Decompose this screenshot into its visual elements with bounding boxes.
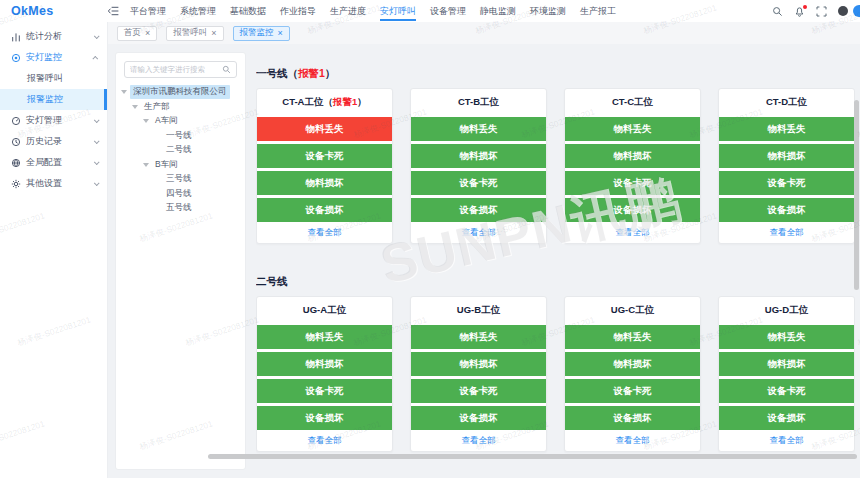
tab[interactable]: 报警呼叫 × bbox=[166, 26, 223, 41]
topnav-item[interactable]: 生产报工 bbox=[580, 0, 616, 22]
tree-node[interactable]: 深圳市讯鹏科技有限公司 bbox=[116, 85, 245, 100]
station-card-title: UG-B工位（） bbox=[411, 297, 546, 322]
caret-down-icon[interactable] bbox=[121, 90, 127, 94]
bell-icon[interactable] bbox=[794, 6, 805, 17]
menu-fold-icon[interactable] bbox=[106, 4, 120, 18]
sidebar-subitem[interactable]: 报警监控 bbox=[0, 89, 107, 110]
alarm-button[interactable]: 物料损坏 bbox=[565, 144, 700, 168]
sidebar-group[interactable]: 历史记录 bbox=[0, 131, 107, 152]
sidebar-group[interactable]: 安灯监控 bbox=[0, 47, 107, 68]
tree-node[interactable]: 四号线 bbox=[116, 187, 245, 202]
tab[interactable]: 首页 × bbox=[117, 26, 157, 41]
alarm-button[interactable]: 物料丢失 bbox=[411, 117, 546, 141]
caret-down-icon[interactable] bbox=[143, 163, 149, 167]
tree-node[interactable]: 一号线 bbox=[116, 129, 245, 144]
alarm-button[interactable]: 物料损坏 bbox=[411, 144, 546, 168]
search-icon[interactable] bbox=[772, 6, 783, 17]
alarm-button[interactable]: 物料损坏 bbox=[411, 352, 546, 376]
alarm-button[interactable]: 设备损坏 bbox=[565, 198, 700, 222]
fullscreen-icon[interactable] bbox=[816, 6, 827, 17]
alarm-button[interactable]: 物料丢失 bbox=[411, 325, 546, 349]
view-all-link[interactable]: 查看全部 bbox=[257, 430, 392, 451]
sidebar-group[interactable]: 全局配置 bbox=[0, 152, 107, 173]
sidebar-group[interactable]: 其他设置 bbox=[0, 173, 107, 194]
tree-node[interactable]: B车间 bbox=[116, 158, 245, 173]
tab[interactable]: 报警监控 × bbox=[233, 26, 290, 41]
tab-label: 报警监控 bbox=[240, 27, 274, 39]
alarm-button[interactable]: 物料丢失 bbox=[719, 117, 854, 141]
alarm-button[interactable]: 物料丢失 bbox=[565, 325, 700, 349]
view-all-link[interactable]: 查看全部 bbox=[411, 430, 546, 451]
sidebar-group-label: 全局配置 bbox=[26, 156, 62, 169]
caret-down-icon[interactable] bbox=[143, 119, 149, 123]
alarm-button[interactable]: 设备损坏 bbox=[565, 406, 700, 430]
alarm-button[interactable]: 设备卡死 bbox=[411, 379, 546, 403]
section-title: 一号线（报警1） bbox=[256, 66, 855, 80]
avatar[interactable] bbox=[838, 6, 848, 16]
tab-close-icon[interactable]: × bbox=[278, 29, 283, 38]
tab-close-icon[interactable]: × bbox=[211, 29, 216, 38]
alarm-button[interactable]: 物料丢失 bbox=[565, 117, 700, 141]
station-card-grid: UG-A工位（） 物料丢失物料损坏设备卡死设备损坏 查看全部 UG-B工位（） … bbox=[256, 296, 855, 452]
alarm-button[interactable]: 物料损坏 bbox=[719, 352, 854, 376]
caret-down-icon[interactable] bbox=[132, 105, 138, 109]
sidebar-subitem[interactable]: 报警呼叫 bbox=[0, 68, 107, 89]
alarm-button[interactable]: 设备卡死 bbox=[565, 171, 700, 195]
alarm-button[interactable]: 物料丢失 bbox=[719, 325, 854, 349]
tree-node[interactable]: 五号线 bbox=[116, 201, 245, 216]
alarm-button[interactable]: 物料损坏 bbox=[565, 352, 700, 376]
sidebar-group-label: 其他设置 bbox=[26, 177, 62, 190]
gear-icon bbox=[11, 179, 21, 189]
view-all-link[interactable]: 查看全部 bbox=[565, 222, 700, 243]
alarm-button[interactable]: 设备损坏 bbox=[719, 198, 854, 222]
tree-node[interactable]: 生产部 bbox=[116, 100, 245, 115]
view-all-link[interactable]: 查看全部 bbox=[719, 222, 854, 243]
alarm-button[interactable]: 设备卡死 bbox=[565, 379, 700, 403]
alarm-button[interactable]: 设备卡死 bbox=[719, 171, 854, 195]
topnav-item[interactable]: 生产进度 bbox=[330, 0, 366, 22]
topnav-item[interactable]: 作业指导 bbox=[280, 0, 316, 22]
alarm-button[interactable]: 设备损坏 bbox=[257, 198, 392, 222]
alarm-button[interactable]: 设备卡死 bbox=[411, 171, 546, 195]
alarm-button[interactable]: 设备损坏 bbox=[719, 406, 854, 430]
view-all-link[interactable]: 查看全部 bbox=[565, 430, 700, 451]
view-all-link[interactable]: 查看全部 bbox=[257, 222, 392, 243]
station-card: UG-D工位（） 物料丢失物料损坏设备卡死设备损坏 查看全部 bbox=[718, 296, 855, 452]
notification-dot bbox=[803, 5, 807, 9]
alarm-button[interactable]: 设备损坏 bbox=[411, 406, 546, 430]
alarm-button[interactable]: 物料损坏 bbox=[719, 144, 854, 168]
alarm-button[interactable]: 物料损坏 bbox=[257, 352, 392, 376]
view-all-link[interactable]: 查看全部 bbox=[719, 430, 854, 451]
alarm-button-list: 物料丢失物料损坏设备卡死设备损坏 bbox=[565, 325, 700, 430]
vertical-scrollbar[interactable] bbox=[854, 44, 859, 478]
topnav-item[interactable]: 平台管理 bbox=[130, 0, 166, 22]
topnav-item[interactable]: 系统管理 bbox=[180, 0, 216, 22]
alarm-button[interactable]: 物料丢失 bbox=[257, 117, 392, 141]
alarm-button[interactable]: 设备损坏 bbox=[257, 406, 392, 430]
tree-node[interactable]: 二号线 bbox=[116, 143, 245, 158]
sidebar-group[interactable]: 安灯管理 bbox=[0, 110, 107, 131]
horizontal-scrollbar[interactable] bbox=[208, 454, 857, 459]
vertical-scrollbar-thumb[interactable] bbox=[854, 100, 859, 290]
search-icon[interactable] bbox=[222, 65, 231, 74]
alarm-button[interactable]: 设备卡死 bbox=[257, 144, 392, 168]
alarm-button[interactable]: 设备卡死 bbox=[719, 379, 854, 403]
tree-node[interactable]: A车间 bbox=[116, 114, 245, 129]
chart-icon bbox=[11, 32, 21, 42]
user-avatar-edge[interactable] bbox=[853, 5, 860, 17]
alarm-button[interactable]: 物料损坏 bbox=[257, 171, 392, 195]
tree-search-input[interactable] bbox=[130, 65, 219, 74]
station-name: CT-C工位 bbox=[612, 96, 653, 107]
topnav-item[interactable]: 环境监测 bbox=[530, 0, 566, 22]
alarm-button[interactable]: 物料丢失 bbox=[257, 325, 392, 349]
tab-close-icon[interactable]: × bbox=[145, 29, 150, 38]
tree-node[interactable]: 三号线 bbox=[116, 172, 245, 187]
alarm-button[interactable]: 设备卡死 bbox=[257, 379, 392, 403]
topnav-item[interactable]: 基础数据 bbox=[230, 0, 266, 22]
alarm-button[interactable]: 设备损坏 bbox=[411, 198, 546, 222]
view-all-link[interactable]: 查看全部 bbox=[411, 222, 546, 243]
topnav-item[interactable]: 静电监测 bbox=[480, 0, 516, 22]
topnav-item[interactable]: 设备管理 bbox=[430, 0, 466, 22]
sidebar-group[interactable]: 统计分析 bbox=[0, 26, 107, 47]
topnav-item[interactable]: 安灯呼叫 bbox=[380, 0, 416, 22]
